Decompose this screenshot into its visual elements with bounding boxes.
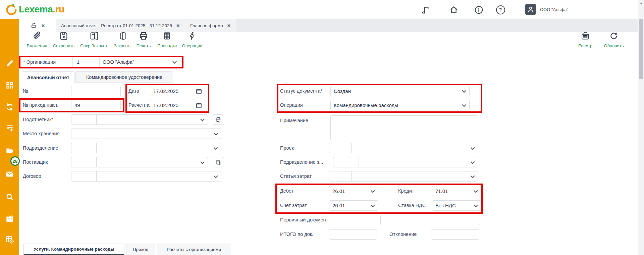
schedule-table-icon[interactable]: [0, 235, 19, 244]
value-cell[interactable]: [97, 115, 208, 124]
vertical-scrollbar[interactable]: ▲: [638, 0, 644, 255]
storage-select[interactable]: [71, 129, 221, 139]
operations-button[interactable]: Операции: [175, 31, 209, 48]
chevron-down-icon[interactable]: [462, 104, 466, 107]
date-input[interactable]: 17.02.2025: [150, 86, 205, 96]
calendar-icon[interactable]: [0, 214, 19, 223]
tab-pinned-home[interactable]: ✕: [19, 19, 56, 32]
chevron-down-icon[interactable]: [371, 204, 375, 207]
home-icon[interactable]: [449, 5, 459, 15]
accountable-select[interactable]: [71, 114, 208, 125]
accountable-label: Подотчетник*: [23, 114, 53, 125]
cost-item-select[interactable]: [329, 171, 478, 182]
credit-select[interactable]: 71.01: [432, 186, 481, 196]
status-select[interactable]: Создан: [330, 86, 470, 96]
value-cell[interactable]: [103, 129, 221, 139]
chevron-down-icon[interactable]: [200, 118, 205, 121]
refresh-button[interactable]: Обновить: [597, 31, 631, 48]
edit-pencil-icon[interactable]: [0, 59, 19, 68]
lexema-logo[interactable]: Lexema.ru: [5, 3, 64, 16]
code-cell[interactable]: [329, 171, 352, 181]
mail-badge[interactable]: 28: [10, 156, 20, 166]
chevron-down-icon[interactable]: [172, 61, 177, 64]
chevron-down-icon[interactable]: [474, 204, 478, 207]
journal-icon[interactable]: [421, 5, 431, 15]
department-label: Подразделение: [23, 143, 58, 153]
search-icon[interactable]: [0, 193, 19, 201]
help-icon[interactable]: ?: [495, 5, 505, 15]
registry-icon: [581, 31, 590, 41]
note-textarea[interactable]: [330, 115, 478, 140]
no-input[interactable]: [71, 86, 121, 96]
code-cell[interactable]: [329, 143, 352, 153]
accountable-tree-button[interactable]: [213, 114, 224, 125]
tab-label: Расчеты с организациями: [167, 247, 221, 252]
debit-select[interactable]: 26.01: [329, 186, 378, 196]
tab-prihod[interactable]: Приход: [126, 244, 155, 255]
date-label: Дата: [128, 86, 139, 96]
department-select[interactable]: [71, 143, 221, 153]
supplier-tree-button[interactable]: [213, 157, 224, 167]
export-list-icon[interactable]: [0, 124, 19, 133]
chevron-down-icon[interactable]: [462, 90, 466, 93]
code-cell[interactable]: [71, 157, 97, 167]
chevron-down-icon[interactable]: [471, 175, 475, 178]
logo-text-suffix: .ru: [53, 4, 64, 14]
tree-icon: [216, 117, 221, 122]
vat-select[interactable]: Без НДС: [432, 200, 481, 211]
value-cell[interactable]: [97, 143, 221, 153]
value-cell[interactable]: [352, 171, 478, 181]
close-icon[interactable]: ✕: [41, 23, 45, 28]
chevron-down-icon[interactable]: [474, 190, 478, 193]
tab-komandirovochnoe[interactable]: Командировочное удостоверение: [75, 71, 173, 83]
calc-date-input[interactable]: 17.02.2025: [150, 100, 205, 110]
chevron-down-icon[interactable]: [200, 161, 205, 164]
tab-services-travel-expenses[interactable]: Услуги, Командировочные расходы: [23, 244, 124, 255]
primary-doc-input[interactable]: [380, 215, 479, 225]
open-folder-icon[interactable]: [0, 146, 19, 155]
sync-icon[interactable]: [0, 103, 19, 111]
tab-raschety-s-organizaciyami[interactable]: Расчеты с организациями: [157, 244, 231, 255]
tab-avansovy-reestr[interactable]: Авансовый отчет - Реестр от 01.01.2025 -…: [56, 19, 185, 32]
total-input[interactable]: [329, 229, 377, 240]
cost-account-select[interactable]: 26.01: [329, 200, 378, 211]
close-icon[interactable]: ✕: [227, 23, 231, 28]
chevron-down-icon[interactable]: [214, 133, 218, 136]
scrollbar-thumb[interactable]: [639, 19, 643, 79]
chevron-down-icon[interactable]: [214, 175, 218, 178]
status-label: Статус документа*: [280, 86, 322, 96]
code-cell[interactable]: [333, 157, 359, 167]
mail-icon[interactable]: [0, 170, 19, 178]
code-cell[interactable]: [71, 171, 97, 181]
calendar-small-icon[interactable]: [196, 102, 202, 108]
calendar-small-icon[interactable]: [196, 88, 202, 94]
close-icon[interactable]: ✕: [176, 23, 180, 28]
scroll-up-arrow[interactable]: ▲: [638, 0, 644, 6]
code-cell[interactable]: [71, 129, 103, 139]
save-button[interactable]: Сохранить: [47, 31, 80, 48]
value-cell[interactable]: [97, 157, 208, 167]
supplier-select[interactable]: [71, 157, 208, 167]
tab-avansovy-otchet[interactable]: Авансовый отчет: [22, 71, 74, 83]
operation-select[interactable]: Командировочные расходы: [330, 100, 470, 110]
code-cell[interactable]: [71, 143, 97, 153]
code-cell[interactable]: [71, 115, 97, 124]
chevron-down-icon[interactable]: [214, 147, 218, 150]
qr-code-icon[interactable]: [0, 81, 19, 90]
chevron-down-icon[interactable]: [471, 161, 475, 164]
value-cell[interactable]: [352, 143, 478, 153]
chevron-down-icon[interactable]: [471, 147, 475, 150]
deviation-input[interactable]: [431, 229, 479, 240]
tab-main-form[interactable]: Главная форма ✕: [185, 19, 236, 32]
invoice-no-input[interactable]: [71, 100, 121, 110]
organization-row[interactable]: * Организация 1 ООО "Альфа": [20, 57, 182, 67]
credit-value: 71.01: [435, 188, 448, 194]
chevron-down-icon[interactable]: [371, 190, 375, 193]
info-icon[interactable]: [474, 5, 484, 15]
project-select[interactable]: [329, 143, 478, 153]
user-avatar[interactable]: [525, 4, 536, 15]
value-cell[interactable]: [359, 157, 478, 167]
department-cost-select[interactable]: [333, 157, 478, 167]
value-cell[interactable]: [97, 171, 221, 181]
contract-select[interactable]: [71, 171, 221, 182]
